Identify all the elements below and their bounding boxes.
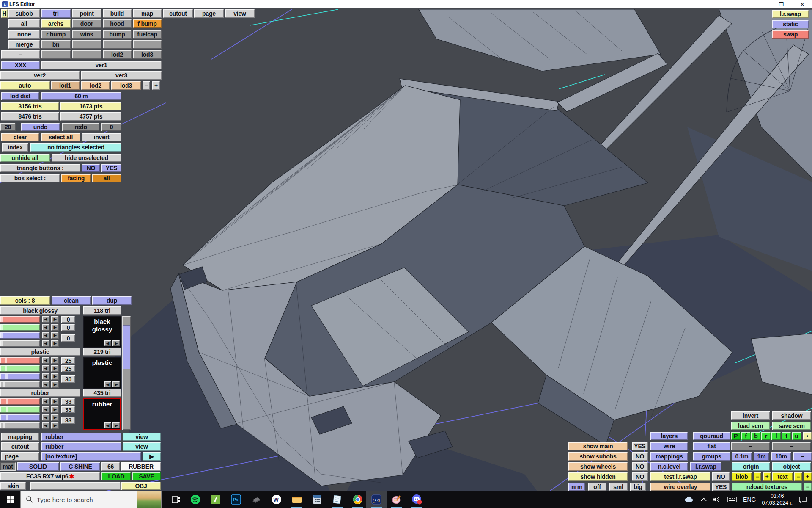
taskbar-icon-calculator[interactable] [307, 491, 327, 508]
flag-u-button[interactable]: u [792, 432, 801, 440]
swatch-right-button[interactable]: ▶ [112, 422, 120, 428]
part-door-button[interactable]: door [72, 19, 102, 28]
part-empty-button[interactable] [103, 40, 132, 49]
value-field[interactable]: 0 [61, 324, 75, 331]
grid-dash-button[interactable]: – [793, 452, 812, 461]
step-right-button[interactable]: ▶ [51, 398, 59, 405]
step-left-button[interactable]: ◀ [42, 398, 49, 405]
flag-p-button[interactable]: P [731, 432, 741, 440]
tab-view[interactable]: view [225, 9, 255, 18]
swatch-right-button[interactable]: ▶ [112, 340, 120, 346]
onedrive-cloud-icon[interactable] [684, 496, 695, 503]
part-empty-button[interactable] [133, 40, 162, 49]
shadow-button[interactable]: shadow [772, 411, 811, 420]
step-right-button[interactable]: ▶ [51, 316, 59, 323]
material-name[interactable]: plastic [0, 348, 80, 356]
palette-scrollbar[interactable] [122, 316, 131, 430]
index-button[interactable]: index [2, 143, 28, 152]
step-right-button[interactable]: ▶ [51, 406, 59, 413]
flag-f-button[interactable]: f [741, 432, 751, 440]
blob-plus-button[interactable]: + [763, 472, 771, 481]
origin-button[interactable]: origin [732, 462, 770, 471]
slider-blue[interactable] [0, 373, 40, 380]
volume-icon[interactable] [713, 496, 721, 503]
invert-button[interactable]: invert [731, 411, 770, 420]
flag-r-button[interactable]: r [761, 432, 771, 440]
flat-button[interactable]: flat [693, 442, 730, 450]
cutout-view-button[interactable]: view [123, 442, 161, 451]
clean-button[interactable]: clean [52, 296, 91, 305]
tab-page[interactable]: page [194, 9, 224, 18]
select-none-button[interactable]: none [8, 30, 40, 39]
lod-dist-label[interactable]: lod dist [1, 92, 39, 100]
language-indicator[interactable]: ENG [743, 496, 756, 503]
tab-map[interactable]: map [133, 9, 162, 18]
taskbar-icon-spotify[interactable] [185, 491, 206, 508]
tab-subob[interactable]: subob [8, 9, 40, 18]
layers-button[interactable]: layers [650, 432, 688, 440]
step-left-button[interactable]: ◀ [42, 332, 49, 339]
dot-button[interactable]: ● [803, 432, 812, 440]
value-field[interactable]: 33 [61, 398, 75, 405]
tray-chevron-up-icon[interactable] [701, 497, 707, 502]
step-right-button[interactable]: ▶ [51, 414, 59, 421]
step-right-button[interactable]: ▶ [51, 324, 59, 331]
load-scm-button[interactable]: load scm [731, 422, 770, 430]
grid-1m-button[interactable]: 1m [754, 452, 769, 461]
value-field[interactable]: 33 [61, 417, 75, 424]
test-lrswap-button[interactable]: test l.r.swap [650, 472, 710, 481]
start-button[interactable] [0, 491, 20, 508]
nrm-big-button[interactable]: big [630, 483, 646, 491]
mapping-view-button[interactable]: view [123, 433, 161, 441]
step-right-button[interactable]: ▶ [51, 381, 59, 388]
ver3-button[interactable]: ver3 [81, 71, 162, 80]
mapping-label[interactable]: mapping [1, 433, 39, 441]
cutout-value[interactable]: rubber [41, 442, 121, 451]
step-left-button[interactable]: ◀ [42, 406, 49, 413]
clock[interactable]: 03:46 07.03.2024 г. [762, 493, 793, 507]
mapping-value[interactable]: rubber [41, 433, 121, 441]
static-button[interactable]: static [772, 20, 809, 28]
grid-01m-button[interactable]: 0.1m [732, 452, 752, 461]
lrswap-button[interactable]: l.r.swap [772, 10, 809, 18]
taskbar-icon-winamp[interactable]: W [266, 491, 287, 508]
slider-alpha[interactable] [0, 381, 40, 388]
step-right-button[interactable]: ▶ [51, 340, 59, 347]
invert-selection-button[interactable]: invert [82, 133, 121, 141]
page-next-button[interactable]: ▶ [143, 452, 161, 461]
slider-red[interactable] [0, 316, 40, 323]
ver1-button[interactable]: ver1 [41, 61, 162, 69]
hide-unselected-button[interactable]: hide unselected [52, 154, 121, 162]
slider-green[interactable] [0, 365, 40, 372]
blob-minus-button[interactable]: – [754, 472, 761, 481]
close-button[interactable]: ✕ [795, 0, 809, 8]
mat-solid-button[interactable]: SOLID [17, 462, 59, 471]
show-subobs-button[interactable]: show subobs [568, 452, 628, 461]
lod-minus-button[interactable]: – [143, 81, 150, 90]
part-archs-button[interactable]: archs [41, 19, 71, 28]
save-scm-button[interactable]: save scm [772, 422, 811, 430]
part-empty-button[interactable] [72, 40, 102, 49]
groups-button[interactable]: groups [693, 452, 730, 461]
step-left-button[interactable]: ◀ [42, 365, 49, 372]
flag-l-button[interactable]: l [771, 432, 781, 440]
undo-button[interactable]: undo [21, 123, 60, 131]
xxx-button[interactable]: XXX [1, 61, 40, 69]
merge-button[interactable]: merge [8, 40, 40, 49]
lod-plus-button[interactable]: + [152, 81, 160, 90]
nrm-sml-button[interactable]: sml [609, 483, 628, 491]
search-highlight-image[interactable] [137, 491, 161, 508]
swap-button[interactable]: swap [772, 30, 809, 39]
step-left-button[interactable]: ◀ [42, 340, 49, 347]
part-empty-button[interactable] [72, 50, 102, 59]
reload-dash-button[interactable]: – [804, 483, 812, 491]
part-bump-button[interactable]: bump [103, 30, 132, 39]
wire-overlay-toggle[interactable]: YES [712, 483, 730, 491]
lrswap-mode-button[interactable]: l.r.swap [690, 462, 721, 471]
wire-overlay-button[interactable]: wire overlay [650, 483, 710, 491]
test-lrswap-toggle[interactable]: NO [712, 472, 730, 481]
cols-count-button[interactable]: cols : 8 [0, 296, 50, 305]
skin-button[interactable]: skin [0, 482, 26, 490]
ver2-button[interactable]: ver2 [0, 71, 80, 80]
step-right-button[interactable]: ▶ [51, 357, 59, 364]
